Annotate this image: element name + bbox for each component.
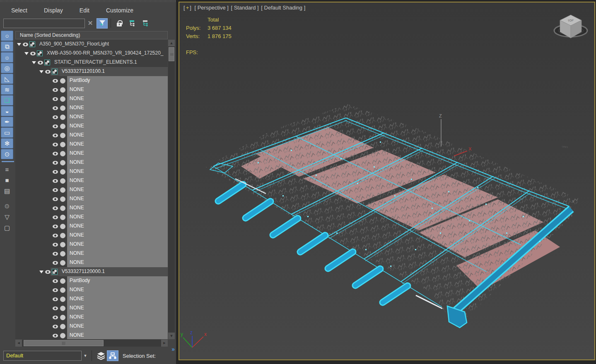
tree-column-header[interactable]: Name (Sorted Descending) xyxy=(15,31,168,39)
expand-arrow-icon[interactable] xyxy=(31,60,37,65)
visibility-eye-icon[interactable] xyxy=(52,106,58,110)
display-shapes-icon[interactable]: ⧉ xyxy=(1,41,13,52)
visibility-eye-icon[interactable] xyxy=(52,188,58,192)
display-bodyobjects-icon[interactable]: ▭ xyxy=(1,127,13,138)
visibility-eye-icon[interactable] xyxy=(52,234,58,237)
tree-row[interactable]: NONE xyxy=(15,231,168,240)
scroll-up-button[interactable]: ▲ xyxy=(168,40,175,46)
tree-row[interactable]: NONE xyxy=(15,140,168,149)
tree-vertical-scrollbar[interactable]: ▲ ▼ xyxy=(168,40,175,339)
visibility-eye-icon[interactable] xyxy=(52,179,58,183)
visibility-eye-icon[interactable] xyxy=(52,334,58,338)
tree-row[interactable]: NONE xyxy=(15,122,168,131)
footer-overflow-chevron[interactable]: » xyxy=(171,346,175,352)
visibility-eye-icon[interactable] xyxy=(52,197,58,201)
tree-row[interactable]: NONE xyxy=(15,331,168,339)
visibility-eye-icon[interactable] xyxy=(52,325,58,328)
display-helpers-icon[interactable]: ◺ xyxy=(1,74,13,84)
tree-row[interactable]: NONE xyxy=(15,176,168,185)
expand-arrow-icon[interactable] xyxy=(39,69,44,74)
tree-row[interactable]: NONE xyxy=(15,149,168,158)
tree-row[interactable]: NONE xyxy=(15,285,168,295)
menu-select[interactable]: Select xyxy=(11,7,27,14)
expand-arrow-icon[interactable] xyxy=(39,269,44,275)
viewport-shading-menu[interactable]: [ Default Shading ] xyxy=(261,5,305,11)
visibility-eye-icon[interactable] xyxy=(52,261,58,265)
menu-edit[interactable]: Edit xyxy=(80,7,89,14)
tree-row[interactable]: NONE xyxy=(15,249,168,258)
expand-arrow-icon[interactable] xyxy=(17,42,22,47)
lock-selection-button[interactable] xyxy=(114,18,125,28)
visibility-eye-icon[interactable] xyxy=(52,243,58,247)
visibility-eye-icon[interactable] xyxy=(52,297,58,301)
tree-row[interactable]: V5333271120000.1 xyxy=(15,267,168,276)
visibility-eye-icon[interactable] xyxy=(52,97,58,101)
viewcube[interactable]: TOP LEFT FRONT xyxy=(554,2,587,149)
configure-filter-icon[interactable]: ⚙ xyxy=(1,201,13,211)
tree-row[interactable]: NONE xyxy=(15,194,168,204)
tree-row[interactable]: NONE xyxy=(15,213,168,222)
visibility-eye-icon[interactable] xyxy=(52,170,58,174)
visibility-eye-icon[interactable] xyxy=(52,225,58,228)
visibility-eye-icon[interactable] xyxy=(52,288,58,292)
display-blank-icon[interactable]: ■ xyxy=(1,175,13,185)
visibility-eye-icon[interactable] xyxy=(44,270,51,274)
tree-row[interactable]: NONE xyxy=(15,240,168,249)
tree-horizontal-scrollbar[interactable]: ◄ ► xyxy=(15,340,168,347)
tree-row[interactable]: PartBody xyxy=(15,76,168,85)
display-groups-icon[interactable]: ❏ xyxy=(1,95,13,105)
tree-row[interactable]: NONE xyxy=(15,322,168,331)
tree-row[interactable]: NONE xyxy=(15,295,168,304)
preset-dropdown-arrow-icon[interactable]: ▼ xyxy=(82,351,88,361)
tree-row[interactable]: NONE xyxy=(15,103,168,113)
display-properties-icon[interactable]: ▤ xyxy=(1,186,13,196)
visibility-eye-icon[interactable] xyxy=(52,88,58,92)
tree-row[interactable]: NONE xyxy=(15,167,168,176)
visibility-eye-icon[interactable] xyxy=(52,206,58,210)
tree-row[interactable]: NONE xyxy=(15,85,168,94)
tree-row[interactable]: NONE xyxy=(15,258,168,267)
container-footer-icon[interactable]: ▢ xyxy=(1,223,13,233)
tree-row[interactable]: NONE xyxy=(15,313,168,322)
filter-funnel-icon[interactable]: ▽ xyxy=(1,212,13,222)
viewport-pov-menu[interactable]: [ Perspective ] xyxy=(194,5,228,11)
panel-drag-handle[interactable] xyxy=(0,0,176,3)
vertical-scroll-thumb[interactable] xyxy=(169,47,174,61)
search-input[interactable] xyxy=(3,19,85,28)
scroll-down-button[interactable]: ▼ xyxy=(168,333,175,339)
tree-row[interactable]: NONE xyxy=(15,158,168,167)
visibility-eye-icon[interactable] xyxy=(29,52,36,55)
scroll-right-button[interactable]: ► xyxy=(161,340,168,347)
menu-customize[interactable]: Customize xyxy=(106,7,133,14)
visibility-eye-icon[interactable] xyxy=(52,115,58,119)
display-spacewarps-icon[interactable]: ≋ xyxy=(1,84,13,95)
expand-to-selected-button[interactable] xyxy=(127,18,138,28)
visibility-eye-icon[interactable] xyxy=(52,152,58,156)
visibility-eye-icon[interactable] xyxy=(52,161,58,165)
tree-row[interactable]: NONE xyxy=(15,222,168,231)
scroll-left-button[interactable]: ◄ xyxy=(15,340,22,347)
hierarchy-view-button[interactable] xyxy=(107,350,118,361)
visibility-eye-icon[interactable] xyxy=(52,79,58,83)
display-lights-icon[interactable]: ☼ xyxy=(1,52,13,62)
menu-display[interactable]: Display xyxy=(44,7,63,14)
visibility-eye-icon[interactable] xyxy=(22,43,29,46)
visibility-eye-icon[interactable] xyxy=(52,307,58,310)
visibility-eye-icon[interactable] xyxy=(52,252,58,256)
tree-row[interactable]: NONE xyxy=(15,204,168,213)
display-containers-icon[interactable]: ◒ xyxy=(1,106,13,116)
visibility-eye-icon[interactable] xyxy=(52,143,58,146)
display-geometry-icon[interactable]: ○ xyxy=(1,31,13,41)
clear-search-icon[interactable]: ✕ xyxy=(85,19,96,27)
visibility-eye-icon[interactable] xyxy=(44,70,51,74)
tree-row[interactable]: NONE xyxy=(15,304,168,313)
selection-filter-button[interactable] xyxy=(97,18,108,29)
visibility-eye-icon[interactable] xyxy=(52,279,58,283)
tree-row[interactable]: XWB-A350-900-RR_MSN370_VR_190424_172520_ xyxy=(15,49,168,58)
tree-row[interactable]: A350_900_MSN370_FloorLight xyxy=(15,40,168,49)
preset-dropdown[interactable]: Default xyxy=(3,351,82,361)
layer-explorer-button[interactable] xyxy=(95,350,107,361)
display-bones-icon[interactable]: ✒ xyxy=(1,117,13,127)
tree-row[interactable]: V5333271120100.1 xyxy=(15,67,168,76)
tree-row[interactable]: STATIC_INTERACTIF_ELEMENTS.1 xyxy=(15,58,168,67)
